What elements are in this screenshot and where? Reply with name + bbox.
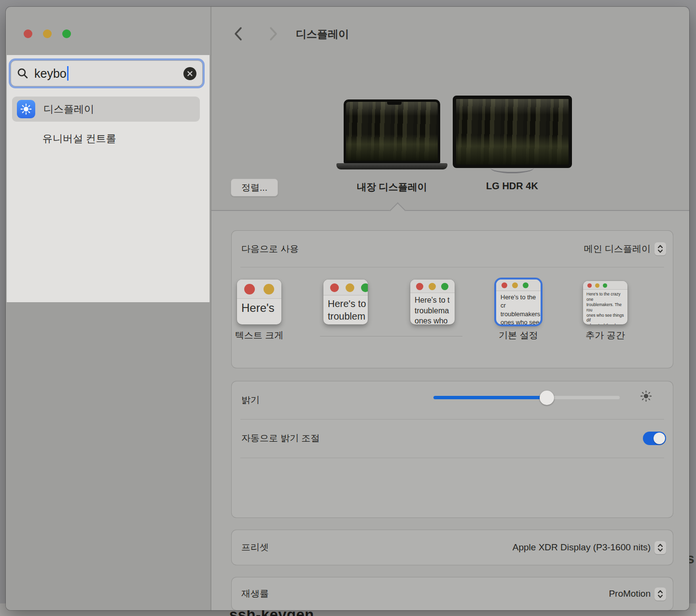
- chevron-right-icon: [267, 27, 279, 41]
- toggle-knob: [654, 433, 665, 444]
- traffic-dot: [264, 284, 274, 294]
- traffic-dot: [244, 284, 255, 294]
- desktop: ssh-keygen s keybo: [0, 0, 696, 616]
- auto-brightness-toggle[interactable]: [643, 432, 666, 445]
- external-display-preview[interactable]: [453, 96, 572, 168]
- scaling-option-2[interactable]: Here's to troublem: [323, 280, 368, 324]
- preset-label: 프리셋: [241, 541, 269, 554]
- row-divider: [240, 458, 664, 458]
- auto-brightness-label: 자동으로 밝기 조절: [241, 432, 320, 445]
- header-divider: [211, 210, 689, 211]
- refresh-rate-group: 재생률 ProMotion: [232, 577, 673, 610]
- minimize-button[interactable]: [43, 29, 52, 38]
- sidebar-item-label: 디스플레이: [43, 102, 94, 116]
- search-input[interactable]: keybo: [11, 60, 203, 86]
- forward-button[interactable]: [267, 27, 279, 41]
- traffic-dot: [501, 282, 507, 288]
- chevron-left-icon: [233, 27, 244, 41]
- sidebar-lower-area: [6, 302, 210, 610]
- use-as-label: 다음으로 사용: [241, 243, 299, 255]
- search-value: keybo: [34, 67, 67, 81]
- scaling-option-more-space[interactable]: Here's to the crazy one troublemakers. T…: [583, 281, 627, 324]
- display-brightness-icon: [17, 100, 35, 118]
- sidebar-item-universal-control[interactable]: 유니버설 컨트롤: [42, 130, 202, 147]
- scaling-option-default[interactable]: Here's to the cr troublemakers. ones who…: [496, 280, 541, 324]
- brightness-low-icon: [640, 390, 652, 402]
- refresh-rate-label: 재생률: [241, 588, 269, 600]
- close-icon: [187, 70, 193, 77]
- scaling-option-larger-text[interactable]: Here's: [237, 280, 281, 324]
- sidebar: keybo: [6, 7, 210, 610]
- thumb-text: Here's to troublem: [323, 295, 368, 322]
- display-name: LG HDR 4K: [454, 181, 570, 192]
- laptop-base: [336, 163, 447, 169]
- preset-group: 프리셋 Apple XDR Display (P3-1600 nits): [232, 530, 673, 565]
- traffic-dot: [361, 283, 368, 292]
- scaling-middle-line: [320, 336, 462, 336]
- traffic-dot: [587, 283, 592, 288]
- use-as-value: 메인 디스플레이: [584, 243, 651, 255]
- monitor-stand: [490, 167, 534, 173]
- chevron-up-down-icon: [657, 543, 664, 552]
- search-results-panel: [7, 55, 209, 302]
- traffic-dot: [416, 283, 423, 290]
- traffic-dot: [603, 283, 607, 288]
- search-icon: [17, 68, 28, 79]
- thumb-text: Here's: [237, 299, 281, 315]
- thumb-text: Here's to the crazy one troublemakers. T…: [583, 290, 627, 324]
- preset-value: Apple XDR Display (P3-1600 nits): [513, 542, 651, 553]
- zoom-button[interactable]: [62, 29, 71, 38]
- display-settings-pane: 다음으로 사용 메인 디스플레이 Here's Here's: [211, 210, 689, 610]
- scaling-caption: 기본 설정: [480, 329, 557, 342]
- brightness-group: 밝기 자동으로 밝기 조절 True Tone 디스플레이를 주변광에 맞춰 색…: [232, 381, 673, 518]
- use-as-dropdown[interactable]: [654, 242, 666, 255]
- brightness-label: 밝기: [241, 394, 260, 406]
- selected-display-notch: [390, 202, 406, 219]
- traffic-dot: [346, 283, 354, 292]
- laptop-notch: [387, 102, 402, 105]
- thumb-text: Here's to t troublema ones who: [410, 293, 455, 324]
- sidebar-item-display[interactable]: 디스플레이: [12, 97, 200, 122]
- traffic-dot: [512, 282, 518, 288]
- brightness-slider[interactable]: [433, 396, 620, 399]
- traffic-dot: [330, 283, 339, 292]
- row-divider: [240, 267, 664, 267]
- refresh-rate-dropdown[interactable]: [654, 588, 666, 601]
- refresh-rate-value: ProMotion: [609, 588, 651, 599]
- preset-dropdown[interactable]: [654, 541, 666, 554]
- chevron-up-down-icon: [657, 244, 664, 253]
- close-button[interactable]: [24, 29, 32, 38]
- traffic-dot: [595, 283, 599, 288]
- thumb-text: Here's to the cr troublemakers. ones who…: [496, 291, 541, 324]
- brightness-slider-fill: [433, 396, 547, 399]
- scaling-caption: 추가 공간: [567, 329, 644, 342]
- chevron-up-down-icon: [657, 589, 664, 599]
- builtin-display-preview[interactable]: [344, 99, 440, 163]
- sidebar-item-label: 유니버설 컨트롤: [42, 132, 116, 145]
- display-name: 내장 디스플레이: [334, 181, 450, 194]
- system-settings-window: keybo: [6, 7, 689, 610]
- arrange-button[interactable]: 정렬...: [231, 179, 278, 196]
- brightness-slider-knob[interactable]: [540, 391, 554, 405]
- traffic-dot: [441, 283, 448, 290]
- traffic-dot: [429, 283, 436, 290]
- traffic-dot: [523, 282, 529, 288]
- scaling-caption: 텍스트 크게: [221, 329, 298, 342]
- scaling-option-3[interactable]: Here's to t troublema ones who: [410, 280, 455, 324]
- clear-search-button[interactable]: [183, 67, 196, 80]
- page-title: 디스플레이: [296, 27, 349, 42]
- text-cursor: [67, 66, 69, 81]
- back-button[interactable]: [233, 27, 244, 41]
